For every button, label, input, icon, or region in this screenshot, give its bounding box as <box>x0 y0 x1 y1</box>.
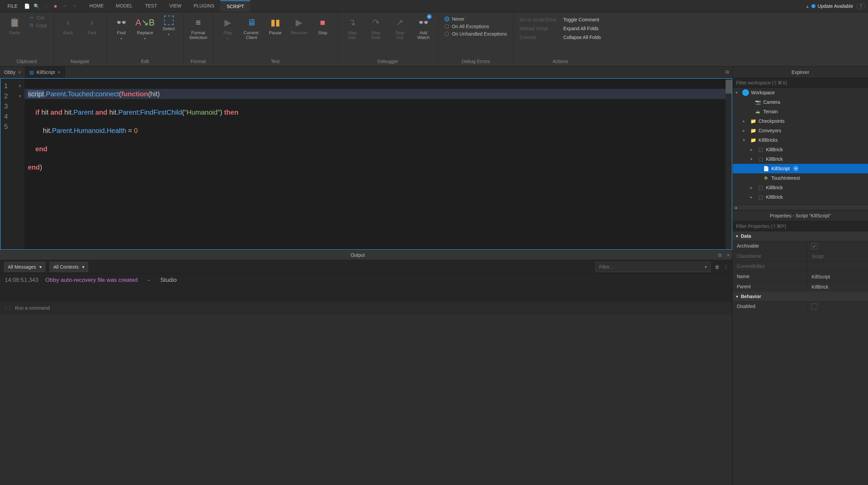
scrollbar[interactable] <box>726 79 732 249</box>
prop-disabled[interactable]: Disabled <box>733 301 868 311</box>
stop-button[interactable]: ■Stop <box>312 14 334 37</box>
prop-parent[interactable]: ParentKillBrick <box>733 282 868 292</box>
popout-icon[interactable]: ⧉ <box>722 66 732 78</box>
chevron-right-icon[interactable]: ▸ <box>743 128 748 133</box>
popout-icon[interactable]: ⧉ <box>715 252 724 258</box>
properties-filter[interactable]: Filter Properties (⇧⌘P) <box>733 221 868 231</box>
prop-section-data[interactable]: ▾Data <box>733 231 868 241</box>
tree-node-checkpoints[interactable]: ▸📁Checkpoints <box>733 116 868 126</box>
play-button[interactable]: ▶Play▾ <box>217 14 239 42</box>
chevron-down-icon[interactable]: ▾ <box>735 90 740 95</box>
radio-on-unhandled[interactable]: On Unhandled Exceptions <box>442 31 510 37</box>
cut-button[interactable]: ✂Cut <box>27 14 50 21</box>
prop-archivable[interactable]: Archivable✓ <box>733 241 868 251</box>
select-button[interactable]: Select▾ <box>158 14 180 38</box>
find-button[interactable]: 👓Find▾ <box>110 14 133 42</box>
current-client-button[interactable]: 🖥Current: Client <box>240 14 263 42</box>
explorer-filter[interactable]: Filter workspace (⇧⌘X) <box>733 78 868 88</box>
paste-button[interactable]: 📋Paste <box>3 14 26 37</box>
stop-qat-icon[interactable]: ■ <box>52 3 59 9</box>
prop-section-behavior[interactable]: ▾Behavior <box>733 292 868 301</box>
collapse-ribbon-icon[interactable]: ▴ <box>804 3 811 9</box>
expand-folds-link[interactable]: Expand All Folds <box>560 24 604 33</box>
chevron-right-icon[interactable]: ▸ <box>743 119 748 123</box>
messages-dropdown[interactable]: All Messages▾ <box>4 262 45 272</box>
tree-node-killscript[interactable]: 📄KillScript+ <box>733 164 868 173</box>
tab-plugins[interactable]: PLUGINS <box>188 0 220 12</box>
checkbox-icon[interactable] <box>811 304 817 310</box>
step-over-button[interactable]: ↷Step Over <box>365 14 387 42</box>
help-icon[interactable]: ? <box>856 3 865 9</box>
doc-tab-killscript[interactable]: ▤KillScript× <box>25 66 65 78</box>
tab-script[interactable]: SCRIPT <box>220 0 250 12</box>
step-out-button[interactable]: ↗Step Out <box>389 14 411 42</box>
radio-never[interactable]: Never <box>442 16 510 22</box>
camera-icon: 📷 <box>754 99 761 105</box>
tab-view[interactable]: VIEW <box>163 0 188 12</box>
replace-button[interactable]: A↘BReplace▾ <box>134 14 156 42</box>
chevron-right-icon[interactable]: ▸ <box>750 185 755 190</box>
redo-icon[interactable]: ↷ <box>71 3 78 9</box>
chevron-right-icon[interactable]: ▸ <box>750 147 755 152</box>
close-icon[interactable]: × <box>18 70 21 75</box>
tree-node-touchinterest[interactable]: ✥TouchInterest <box>733 173 868 183</box>
add-watch-button[interactable]: 👓+Add Watch <box>412 14 435 42</box>
tree-scrollbar[interactable]: ◂ <box>733 205 868 210</box>
tree-node-killbrick[interactable]: ▸⬚KillBrick <box>733 192 868 202</box>
doc-tab-obby[interactable]: Obby× <box>0 66 25 78</box>
tree-node-terrain[interactable]: ⛰Terrain <box>733 107 868 116</box>
command-bar[interactable]: ⋮⋮ Run a command <box>0 301 732 314</box>
back-button[interactable]: ‹Back <box>57 14 79 37</box>
step-over-icon: ↷ <box>369 16 383 29</box>
tab-home[interactable]: HOME <box>83 0 110 12</box>
tree-node-killbrick[interactable]: ▸⬚KillBrick <box>733 183 868 192</box>
pause-button[interactable]: ▮▮Pause <box>264 14 287 37</box>
undo-icon[interactable]: ↶ <box>62 3 68 9</box>
file-menu[interactable]: FILE <box>3 3 22 9</box>
plugin-icon[interactable]: ⬚ <box>43 3 50 9</box>
tree-node-killbrick[interactable]: ▸⬚KillBrick <box>733 145 868 154</box>
fold-icon[interactable]: ▾ <box>19 93 21 99</box>
tree-node-camera[interactable]: 📷Camera <box>733 97 868 107</box>
format-icon: ≡ <box>192 16 205 29</box>
explorer-tree[interactable]: ▾🌐Workspace 📷Camera ⛰Terrain ▸📁Checkpoin… <box>733 88 868 205</box>
commit-link[interactable]: Commit <box>517 33 559 41</box>
collapse-folds-link[interactable]: Collapse All Folds <box>560 33 604 41</box>
add-icon[interactable]: + <box>793 166 798 171</box>
tree-node-killbrick[interactable]: ▾⬚KillBrick <box>733 154 868 164</box>
radio-on-all[interactable]: On All Exceptions <box>442 23 510 30</box>
tree-node-killbricks[interactable]: ▾📁KillBricks <box>733 135 868 145</box>
chevron-down-icon[interactable]: ▾ <box>750 157 755 161</box>
fold-icon[interactable]: ▾ <box>19 83 21 89</box>
tab-model[interactable]: MODEL <box>110 0 139 12</box>
contexts-dropdown[interactable]: All Contexts▾ <box>50 262 88 272</box>
trash-icon[interactable]: 🗑 <box>715 264 719 270</box>
close-icon[interactable]: × <box>724 252 732 258</box>
reload-link[interactable]: Reload Script <box>517 24 559 33</box>
chevron-right-icon[interactable]: ▸ <box>750 195 755 199</box>
tab-test[interactable]: TEST <box>139 0 163 12</box>
code-body[interactable]: script.Parent.Touched:connect(function(h… <box>24 79 726 249</box>
update-label: Update Available <box>817 3 853 9</box>
tree-node-workspace[interactable]: ▾🌐Workspace <box>733 88 868 97</box>
fwd-button[interactable]: ›Fwd <box>81 14 103 37</box>
format-selection-button[interactable]: ≡Format Selection <box>187 14 210 42</box>
output-filter-input[interactable]: Filter...▾ <box>595 262 711 272</box>
new-file-icon[interactable]: 📄 <box>24 3 31 9</box>
step-out-icon: ↗ <box>393 16 407 29</box>
step-into-button[interactable]: ↴Step Into <box>341 14 363 42</box>
tree-node-conveyors[interactable]: ▸📁Conveyors <box>733 126 868 135</box>
copy-button[interactable]: ⧉Copy <box>27 22 50 29</box>
code-editor[interactable]: 1▾ 2▾ 3 4 5 script.Parent.Touched:connec… <box>0 78 732 250</box>
tree-node-killbrick[interactable]: ▸⬚KillBrick <box>733 202 868 205</box>
prop-name[interactable]: NameKillScript <box>733 271 868 282</box>
checkbox-icon[interactable]: ✓ <box>811 243 817 249</box>
resume-button[interactable]: ▶Resume <box>288 14 310 37</box>
chevron-down-icon[interactable]: ▾ <box>743 138 748 142</box>
update-available[interactable]: Update Available <box>811 3 853 9</box>
binoculars-icon[interactable]: 🔍 <box>33 3 40 9</box>
goto-error-link[interactable]: Go to Script Error <box>517 16 559 24</box>
toggle-comment-link[interactable]: Toggle Comment <box>560 16 604 24</box>
kebab-icon[interactable]: ⋮ <box>724 264 728 270</box>
close-icon[interactable]: × <box>58 70 60 75</box>
